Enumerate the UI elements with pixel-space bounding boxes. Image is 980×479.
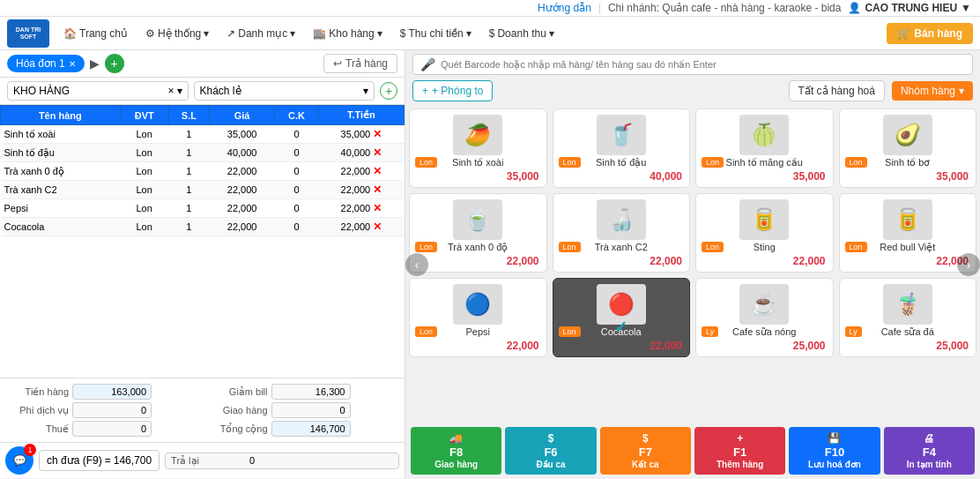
nav-system[interactable]: ⚙ Hệ thống ▾: [138, 24, 216, 43]
table-row[interactable]: Cocacola Lon 1 22,000 0 22,000 ✕: [1, 218, 405, 236]
nav-revenue[interactable]: $ Doanh thu ▾: [482, 24, 561, 43]
nav-warehouse[interactable]: 🏬 Kho hàng ▾: [306, 24, 389, 43]
table-row[interactable]: Pepsi Lon 1 22,000 0 22,000 ✕: [1, 199, 405, 218]
submit-button[interactable]: ch đưa (F9) = 146,700: [39, 450, 160, 471]
product-total: 22,000 ✕: [318, 199, 404, 218]
table-row[interactable]: Sinh tố xoài Lon 1 35,000 0 35,000 ✕: [1, 125, 405, 144]
product-card-name: Trà xanh 0 độ: [448, 242, 508, 253]
tra-hang-button[interactable]: ↩ Trả hàng: [323, 54, 397, 73]
tat-ca-button[interactable]: Tất cả hàng hoá: [789, 80, 885, 101]
func-f1-button[interactable]: + F1 Thêm hàng: [694, 427, 785, 475]
product-image: 🍶: [597, 199, 646, 240]
giam-bill-row: Giảm bill: [206, 384, 398, 400]
phi-dv-input[interactable]: [72, 402, 152, 418]
product-card[interactable]: 🥤 Sinh tố đậu Lon 40,000: [553, 109, 691, 188]
giao-hang-input[interactable]: [271, 402, 351, 418]
branch-label: Chi nhánh: Quản cafe - nhà hàng - karaok…: [608, 2, 842, 14]
product-qty[interactable]: 1: [168, 218, 209, 236]
tra-lai-input[interactable]: [202, 455, 255, 466]
user-menu[interactable]: 👤 CAO TRUNG HIEU ▼: [848, 2, 971, 14]
delete-icon[interactable]: ✕: [373, 146, 382, 159]
table-row[interactable]: Trà xanh C2 Lon 1 22,000 0 22,000 ✕: [1, 181, 405, 199]
product-card[interactable]: 🍈 Sinh tố mãng cầu Lon 35,000: [695, 109, 834, 188]
product-unit: Lon: [120, 181, 168, 199]
giam-bill-input[interactable]: [271, 384, 351, 400]
nav-expenses[interactable]: $ Thu chi tiền ▾: [393, 24, 479, 43]
tien-hang-input[interactable]: [72, 384, 152, 400]
product-image: 🔵: [453, 284, 502, 325]
grid-prev-button[interactable]: ‹: [405, 253, 428, 276]
product-qty[interactable]: 1: [168, 162, 209, 181]
product-card[interactable]: 🧋 Cafe sữa đá Ly 25,000: [839, 278, 977, 357]
product-card-name: Sinh tố xoài: [452, 157, 503, 168]
product-qty[interactable]: 1: [168, 144, 209, 162]
nhom-hang-button[interactable]: Nhóm hàng ▾: [892, 81, 973, 101]
product-price: 40,000: [210, 144, 275, 162]
dropdown-icon: ▼: [961, 2, 971, 14]
f1-code: F1: [733, 445, 746, 459]
invoice-close-icon[interactable]: ✕: [69, 59, 76, 69]
product-unit: Lon: [120, 125, 168, 144]
nav-pos[interactable]: 🛒 Bán hàng: [887, 23, 973, 44]
product-qty[interactable]: 1: [168, 125, 209, 144]
product-image: 🥫: [883, 199, 932, 240]
barcode-input[interactable]: [441, 59, 965, 70]
product-qty[interactable]: 1: [168, 199, 209, 218]
clear-icon[interactable]: ×: [167, 85, 174, 97]
product-tag: Lon: [845, 157, 867, 168]
nav-home[interactable]: 🏠 Trang chủ: [56, 24, 135, 43]
product-card[interactable]: 🥫 Sting Lon 22,000: [695, 193, 834, 273]
product-card[interactable]: 🔵 Pepsi Lon 22,000: [409, 278, 547, 357]
product-image: 🍵: [453, 199, 502, 240]
delete-icon[interactable]: ✕: [373, 128, 382, 140]
product-name: Trà xanh C2: [1, 181, 121, 199]
invoice-bar: Hóa đơn 1 ✕ ▶ + ↩ Trả hàng: [0, 50, 405, 78]
product-card[interactable]: ☕ Cafe sữa nóng Ly 25,000: [695, 278, 834, 357]
grid-next-button[interactable]: ›: [957, 253, 980, 276]
func-f10-button[interactable]: 💾 F10 Lưu hoá đơn: [789, 427, 880, 475]
product-qty[interactable]: 1: [168, 181, 209, 199]
product-card-name: Trà xanh C2: [595, 242, 648, 252]
f10-icon: 💾: [828, 432, 841, 445]
product-card[interactable]: 🍶 Trà xanh C2 Lon 22,000: [553, 193, 691, 273]
product-card[interactable]: 🥭 Sinh tố xoài Lon 35,000: [409, 109, 547, 188]
chevron-down-icon[interactable]: ▾: [177, 85, 182, 97]
func-f8-button[interactable]: 🚚 F8 Giao hàng: [411, 427, 501, 475]
thue-input[interactable]: [72, 421, 152, 437]
delete-icon[interactable]: ✕: [373, 183, 382, 196]
invoice-arrow-right[interactable]: ▶: [90, 56, 100, 71]
delete-icon[interactable]: ✕: [373, 202, 382, 214]
store-selector[interactable]: KHO HÀNG × ▾: [7, 81, 189, 101]
invoice-badge[interactable]: Hóa đơn 1 ✕: [7, 55, 85, 72]
guide-link[interactable]: Hướng dẫn: [538, 2, 591, 14]
chevron-down-icon: ▾: [377, 27, 382, 40]
col-qty: S.L: [168, 106, 209, 125]
product-card-name: Sinh tố mãng cầu: [726, 157, 803, 168]
func-f6-button[interactable]: $ F6 Đầu ca: [505, 427, 596, 475]
nav-catalog[interactable]: ↗ Danh mục ▾: [219, 24, 302, 43]
customer-add-button[interactable]: +: [380, 82, 397, 100]
giao-hang-row: Giao hàng: [206, 402, 398, 418]
phong-to-button[interactable]: + + Phóng to: [412, 80, 493, 101]
product-card-price: 35,000: [936, 170, 969, 183]
table-row[interactable]: Trà xanh 0 độ Lon 1 22,000 0 22,000 ✕: [1, 162, 405, 181]
table-row[interactable]: Sinh tố đậu Lon 1 40,000 0 40,000 ✕: [1, 144, 405, 162]
separator: |: [598, 2, 601, 14]
invoice-add-button[interactable]: +: [105, 54, 124, 73]
warehouse-icon: 🏬: [313, 27, 326, 40]
product-card[interactable]: 🍵 Trà xanh 0 độ Lon 22,000: [409, 193, 547, 273]
product-card[interactable]: 🥑 Sinh tố bơ Lon 35,000: [839, 109, 977, 188]
f4-label: In tạm tính: [907, 460, 952, 469]
chevron-down-icon[interactable]: ▾: [363, 85, 368, 97]
product-card[interactable]: 🔴 Cocacola Lon ✓ 22,000: [553, 278, 691, 357]
product-card[interactable]: 🥫 Red bull Việt Lon 22,000: [839, 193, 977, 273]
delete-icon[interactable]: ✕: [373, 221, 382, 233]
func-f7-button[interactable]: $ F7 Kết ca: [600, 427, 691, 475]
chat-button[interactable]: 💬 1: [5, 446, 33, 475]
delete-icon[interactable]: ✕: [373, 165, 382, 177]
func-f4-button[interactable]: 🖨 F4 In tạm tính: [884, 427, 975, 475]
f8-icon: 🚚: [449, 432, 463, 445]
product-total: 35,000 ✕: [318, 125, 404, 144]
customer-selector[interactable]: Khách lẻ ▾: [194, 81, 375, 101]
tong-cong-input[interactable]: [271, 421, 351, 437]
